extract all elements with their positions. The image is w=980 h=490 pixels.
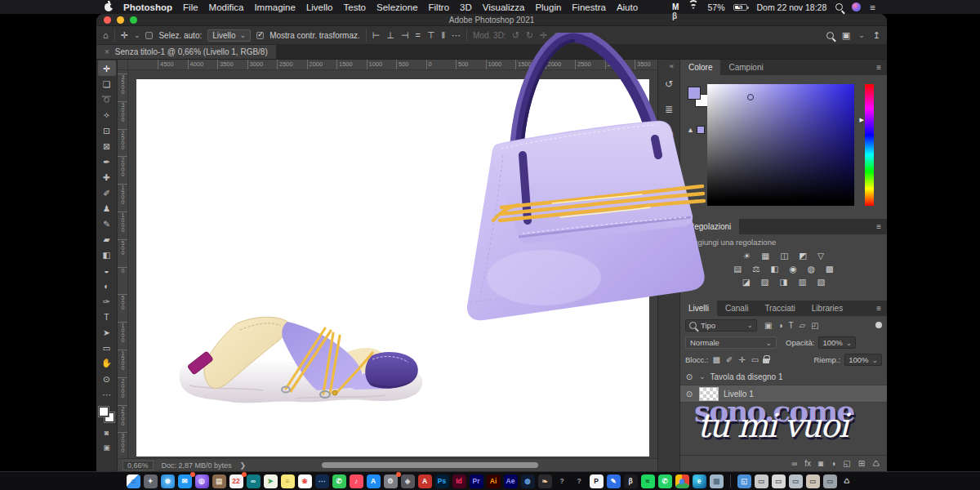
filter-adjustment-layers-icon[interactable]: ◑ bbox=[777, 321, 782, 330]
brush-settings-panel-icon[interactable]: ✐ bbox=[660, 151, 679, 169]
saturation-brightness-field[interactable] bbox=[707, 84, 854, 206]
blur-tool[interactable]: ◒ bbox=[98, 262, 116, 278]
hue-slider-marker[interactable]: ▶ bbox=[860, 117, 864, 123]
missing-app-1[interactable]: ? bbox=[555, 474, 569, 488]
siri-icon[interactable] bbox=[852, 2, 861, 11]
tab-colore[interactable]: Colore bbox=[680, 60, 720, 75]
calendar[interactable]: 22 bbox=[229, 474, 243, 488]
link-layers-icon[interactable]: ∞ bbox=[791, 459, 797, 468]
crop-tool[interactable]: ⊡ bbox=[98, 122, 116, 138]
edge[interactable]: e bbox=[693, 474, 706, 488]
document-tab[interactable]: × Senza titolo-1 @ 0,66% (Livello 1, RGB… bbox=[96, 45, 276, 59]
chevron-down-icon[interactable]: ⌄ bbox=[134, 31, 140, 39]
blend-mode-dropdown[interactable]: Normale ⌄ bbox=[685, 336, 777, 349]
zoom-level-field[interactable]: 0,66% bbox=[122, 461, 154, 470]
photoshop[interactable]: Ps bbox=[435, 474, 449, 488]
pen-tool[interactable]: ✑ bbox=[98, 293, 116, 309]
dodge-tool[interactable]: ◐ bbox=[98, 278, 116, 293]
minimized-window-5[interactable]: ▭ bbox=[823, 474, 837, 488]
panel-menu-icon[interactable]: ≡ bbox=[871, 301, 887, 316]
control-center-icon[interactable]: ≡ bbox=[870, 2, 875, 12]
beta-app[interactable]: β bbox=[624, 474, 638, 488]
lock-artboard-icon[interactable]: ▭ bbox=[751, 355, 759, 364]
messages[interactable]: ⋯ bbox=[315, 474, 329, 488]
filter-type-layers-icon[interactable]: T bbox=[789, 321, 794, 330]
tab-canali[interactable]: Canali bbox=[717, 301, 756, 316]
layer-filter-dropdown[interactable]: Tipo ⌄ bbox=[685, 319, 757, 332]
layer-effects-icon[interactable]: fx bbox=[804, 459, 811, 468]
clone-source-panel-icon[interactable]: ✏ bbox=[660, 194, 679, 212]
minimized-window-3[interactable]: ▭ bbox=[789, 474, 803, 488]
fill-value[interactable]: 100% ⌄ bbox=[844, 354, 882, 366]
menu-modifica[interactable]: Modifica bbox=[209, 2, 244, 12]
close-tab-icon[interactable]: × bbox=[105, 47, 109, 56]
workspace-icon[interactable]: ▣ bbox=[842, 30, 850, 41]
filter-smart-objects-icon[interactable]: ◰ bbox=[811, 321, 818, 330]
shape-tool[interactable]: ▭ bbox=[98, 340, 116, 355]
tab-campioni[interactable]: Campioni bbox=[720, 60, 771, 75]
app-menu[interactable]: Photoshop bbox=[123, 2, 172, 12]
delete-layer-icon[interactable]: ♺ bbox=[872, 459, 880, 468]
image-file[interactable]: ▦ bbox=[710, 474, 724, 488]
siri-app[interactable]: ◎ bbox=[195, 474, 209, 488]
hand-tool[interactable]: ✋ bbox=[98, 355, 116, 371]
path-selection-tool[interactable]: ➤ bbox=[98, 324, 116, 340]
move-tool[interactable]: ✛ bbox=[98, 60, 116, 76]
new-layer-icon[interactable]: ⊞ bbox=[858, 459, 865, 468]
more-tools[interactable]: ⋯ bbox=[98, 386, 116, 402]
chrome[interactable]: ◉ bbox=[675, 474, 689, 488]
clone-stamp-tool[interactable]: ♟ bbox=[98, 200, 116, 216]
status-chevron-icon[interactable]: ❯ bbox=[240, 461, 247, 470]
music[interactable]: ♪ bbox=[350, 474, 363, 488]
after-effects[interactable]: Ae bbox=[504, 474, 518, 488]
visibility-eye-icon[interactable]: ⊙ bbox=[684, 372, 694, 381]
panel-menu-icon[interactable]: ≡ bbox=[871, 60, 887, 75]
more-align-options-icon[interactable]: ⋯ bbox=[452, 30, 461, 41]
expand-chevron-icon[interactable]: ⌄ bbox=[699, 372, 706, 381]
trash[interactable]: ♺ bbox=[840, 474, 854, 488]
selective-color-icon[interactable]: ▧ bbox=[817, 277, 825, 287]
photos[interactable]: ❀ bbox=[298, 474, 312, 488]
artboard-layer-row[interactable]: ⊙ ⌄ Tavola da disegno 1 bbox=[680, 368, 887, 385]
frame-tool[interactable]: ⊠ bbox=[98, 138, 116, 154]
pages-app[interactable]: P bbox=[590, 474, 604, 488]
filter-pixel-layers-icon[interactable]: ▣ bbox=[764, 321, 772, 330]
zoom-tool[interactable]: ⊙ bbox=[98, 371, 116, 386]
minimized-window-4[interactable]: ▭ bbox=[806, 474, 820, 488]
bluetooth-icon[interactable]: β bbox=[672, 11, 679, 20]
menu-testo[interactable]: Testo bbox=[344, 2, 367, 12]
auto-select-checkbox[interactable] bbox=[145, 32, 153, 39]
menu-filtro[interactable]: Filtro bbox=[429, 2, 450, 12]
menu-immagine[interactable]: Immagine bbox=[254, 2, 296, 12]
lock-all-icon[interactable] bbox=[763, 359, 769, 363]
eraser-tool[interactable]: ▰ bbox=[98, 231, 116, 247]
align-left-icon[interactable]: ⊢ bbox=[372, 30, 381, 41]
auto-select-target-dropdown[interactable]: Livello⌄ bbox=[207, 29, 251, 42]
foreground-color-swatch[interactable] bbox=[99, 407, 109, 416]
color-balance-icon[interactable]: ⚖ bbox=[752, 264, 760, 274]
layer-row[interactable]: ⊙ Livello 1 bbox=[680, 385, 887, 403]
chevron-down-icon[interactable]: ⌄ bbox=[858, 31, 865, 39]
launchpad[interactable]: ✦ bbox=[144, 474, 158, 488]
notes[interactable]: ≡ bbox=[281, 474, 295, 488]
menu-extra-m-icon[interactable]: M bbox=[672, 2, 679, 11]
lasso-tool[interactable]: ➰ bbox=[98, 91, 116, 107]
horizontal-scrollbar[interactable] bbox=[322, 462, 538, 468]
quick-selection-tool[interactable]: ✧ bbox=[98, 107, 116, 122]
close-window-button[interactable] bbox=[104, 16, 111, 24]
wifi-icon[interactable] bbox=[688, 3, 698, 11]
move-tool-icon[interactable]: ✛ bbox=[121, 30, 128, 41]
finder[interactable]: ☺ bbox=[127, 474, 140, 488]
align-right-icon[interactable]: ⊣ bbox=[401, 30, 409, 41]
facetime[interactable]: ✆ bbox=[332, 474, 346, 488]
layer-mask-icon[interactable]: ◙ bbox=[818, 459, 823, 468]
collapse-panels-icon[interactable]: « bbox=[670, 62, 674, 70]
camera-raw[interactable]: ◍ bbox=[521, 474, 535, 488]
panel-menu-icon[interactable]: ≡ bbox=[871, 219, 887, 234]
tab-livelli[interactable]: Livelli bbox=[680, 301, 717, 316]
properties-panel-icon[interactable]: ≣ bbox=[660, 100, 679, 118]
quick-mask-icon[interactable]: ◙ bbox=[105, 429, 109, 437]
flame-app[interactable]: ❧ bbox=[538, 474, 552, 488]
illustrator[interactable]: Ai bbox=[487, 474, 501, 488]
visibility-eye-icon[interactable]: ⊙ bbox=[684, 390, 694, 399]
